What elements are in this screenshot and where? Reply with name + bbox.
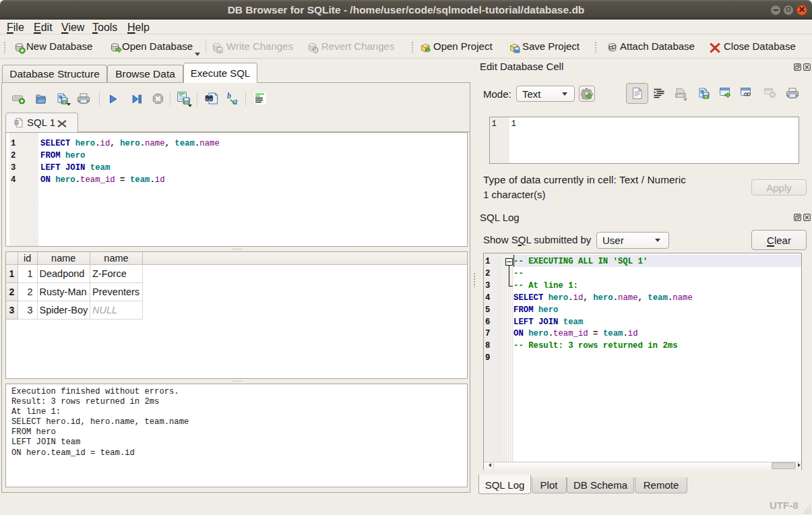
svg-text:b: b <box>227 92 231 100</box>
